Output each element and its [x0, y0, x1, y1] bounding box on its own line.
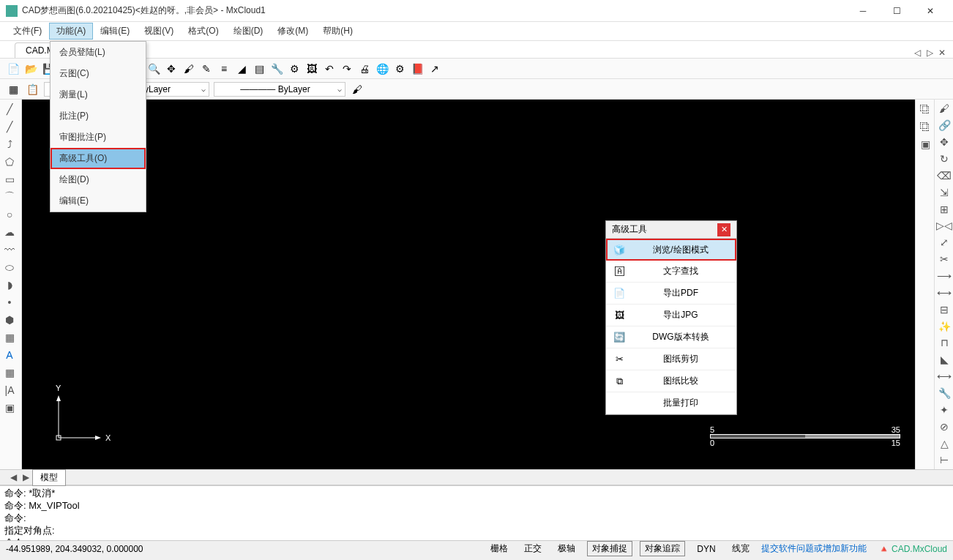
array-icon[interactable]: ⊞: [938, 203, 951, 215]
ellipse-arc-icon[interactable]: ◗: [3, 278, 16, 291]
dropdown-draw[interactable]: 绘图(D): [51, 169, 146, 190]
dim-linear-icon[interactable]: ⟷: [938, 370, 951, 383]
panel-item-text-find[interactable]: 🄰文字查找: [606, 261, 736, 283]
polyline-icon[interactable]: ⤴: [3, 138, 16, 151]
stretch-icon[interactable]: ⟷: [938, 286, 951, 299]
status-dyn[interactable]: DYN: [692, 543, 720, 555]
dropdown-annotate[interactable]: 批注(P): [51, 105, 146, 127]
open-icon[interactable]: 📂: [23, 61, 38, 76]
dropdown-measure[interactable]: 测量(L): [51, 84, 146, 105]
tab-next-icon[interactable]: ▶: [20, 472, 32, 482]
chamfer-icon[interactable]: ◣: [938, 354, 951, 366]
globe-icon[interactable]: 🌐: [375, 61, 389, 76]
status-grid[interactable]: 栅格: [486, 542, 512, 556]
rotate-icon[interactable]: ↻: [938, 153, 951, 165]
revision-cloud-icon[interactable]: ☁: [3, 225, 16, 239]
export-icon[interactable]: ↗: [427, 61, 442, 76]
menu-modify[interactable]: 修改(M): [270, 23, 315, 40]
linetype-select[interactable]: ———— ByLayer: [214, 82, 345, 97]
minimize-button[interactable]: ─: [846, 0, 880, 22]
dropdown-advanced-tools[interactable]: 高级工具(O): [51, 148, 146, 169]
point-icon[interactable]: •: [3, 296, 16, 309]
menu-view[interactable]: 视图(V): [137, 23, 181, 40]
panel-item-dwg-convert[interactable]: 🔄DWG版本转换: [606, 326, 736, 348]
tool-b-icon[interactable]: ⚙: [287, 61, 302, 76]
paint-brush-icon[interactable]: 🖌: [938, 102, 951, 115]
settings-icon[interactable]: ⚙: [392, 61, 407, 76]
dropdown-member-login[interactable]: 会员登陆(L): [51, 42, 146, 63]
pencil-icon[interactable]: ✎: [199, 61, 214, 76]
region-icon[interactable]: ▣: [3, 401, 16, 414]
line-tool-icon[interactable]: ╱: [3, 102, 16, 116]
image-icon[interactable]: 🖼: [304, 61, 319, 76]
eraser-icon[interactable]: ◢: [234, 61, 249, 76]
circle-icon[interactable]: ○: [3, 208, 16, 221]
hatch-icon[interactable]: ▦: [3, 331, 16, 344]
panel-item-batch-print[interactable]: 批量打印: [606, 392, 736, 414]
zoom-icon[interactable]: 🔍: [146, 61, 161, 76]
panel-item-browse-mode[interactable]: 🧊浏览/绘图模式: [606, 239, 736, 261]
dropdown-review-annotate[interactable]: 审图批注(P): [51, 127, 146, 148]
undo-icon[interactable]: ↶: [322, 61, 337, 76]
status-osnap[interactable]: 对象捕捉: [587, 541, 632, 556]
menu-format[interactable]: 格式(O): [181, 23, 225, 40]
print-icon[interactable]: 🖨: [357, 61, 372, 76]
link-icon[interactable]: 🔗: [938, 119, 951, 132]
panel-item-compare[interactable]: ⧉图纸比较: [606, 370, 736, 392]
panel-item-export-pdf[interactable]: 📄导出PDF: [606, 283, 736, 305]
panel-item-crop[interactable]: ✂图纸剪切: [606, 348, 736, 370]
dropdown-edit[interactable]: 编辑(E): [51, 190, 146, 212]
drawing-canvas[interactable]: X Y 535 015 高级工具 ✕ 🧊浏览/绘图模式 🄰文字查找 📄导出PDF…: [22, 100, 915, 469]
layer-manager-icon[interactable]: 📋: [25, 82, 40, 97]
paint-icon[interactable]: ▤: [252, 61, 266, 76]
sparkle-icon[interactable]: ✨: [938, 320, 951, 332]
move-icon[interactable]: ✥: [938, 136, 951, 149]
panel-header[interactable]: 高级工具 ✕: [606, 221, 736, 239]
text-a-icon[interactable]: A: [3, 348, 16, 362]
join-icon[interactable]: ⊓: [938, 337, 951, 349]
layers-icon[interactable]: ≡: [217, 61, 231, 76]
model-tab[interactable]: 模型: [32, 469, 66, 486]
trim-icon[interactable]: ✂: [938, 253, 951, 266]
brush2-icon[interactable]: 🖌: [350, 82, 365, 97]
mirror-icon[interactable]: ▷◁: [938, 220, 951, 232]
panel-close-icon[interactable]: ✕: [717, 223, 730, 236]
ellipse-icon[interactable]: ⬭: [3, 261, 16, 274]
maximize-button[interactable]: ☐: [880, 0, 913, 22]
arc-icon[interactable]: ⌒: [3, 190, 16, 204]
construction-line-icon[interactable]: ╱: [3, 120, 16, 133]
rectangle-icon[interactable]: ▭: [3, 173, 16, 186]
command-line[interactable]: 命令: *取消* 命令: Mx_VIPTool 命令: 指定对角点: 命令:: [0, 485, 953, 540]
scale-icon[interactable]: ⤢: [938, 236, 951, 249]
status-lineweight[interactable]: 线宽: [728, 542, 754, 556]
brush-icon[interactable]: 🖌: [182, 61, 196, 76]
table-icon[interactable]: ▦: [3, 366, 16, 379]
break-icon[interactable]: ⊟: [938, 303, 951, 316]
erase-icon[interactable]: ⌫: [938, 169, 951, 182]
align-icon[interactable]: ⊢: [938, 454, 951, 466]
triangle-icon[interactable]: △: [938, 437, 951, 449]
offset-icon[interactable]: ⇲: [938, 186, 951, 198]
close-button[interactable]: ✕: [913, 0, 947, 22]
dropdown-cloud[interactable]: 云图(C): [51, 63, 146, 84]
wrench-icon[interactable]: 🔧: [938, 387, 951, 400]
menu-draw[interactable]: 绘图(D): [226, 23, 271, 40]
tool-a-icon[interactable]: 🔧: [269, 61, 284, 76]
feedback-link[interactable]: 提交软件问题或增加新功能: [761, 542, 867, 555]
extend-icon[interactable]: ⟶: [938, 270, 951, 283]
new-icon[interactable]: 📄: [6, 61, 20, 76]
pdf-icon[interactable]: 📕: [410, 61, 425, 76]
panel-item-export-jpg[interactable]: 🖼导出JPG: [606, 305, 736, 326]
explode-icon[interactable]: ✦: [938, 403, 951, 416]
block-icon[interactable]: ⬢: [3, 313, 16, 326]
stack-icon[interactable]: ▣: [919, 138, 932, 151]
copy-icon[interactable]: ⿻: [919, 102, 932, 116]
pan-icon[interactable]: ✥: [164, 61, 179, 76]
redo-icon[interactable]: ↷: [340, 61, 354, 76]
menu-file[interactable]: 文件(F): [6, 23, 49, 40]
tab-prev-icon[interactable]: ◀: [7, 472, 20, 482]
spline-icon[interactable]: 〰: [3, 243, 16, 256]
block2-icon[interactable]: ⊘: [938, 420, 951, 433]
status-otrack[interactable]: 对象追踪: [640, 541, 685, 556]
menu-help[interactable]: 帮助(H): [315, 23, 360, 40]
